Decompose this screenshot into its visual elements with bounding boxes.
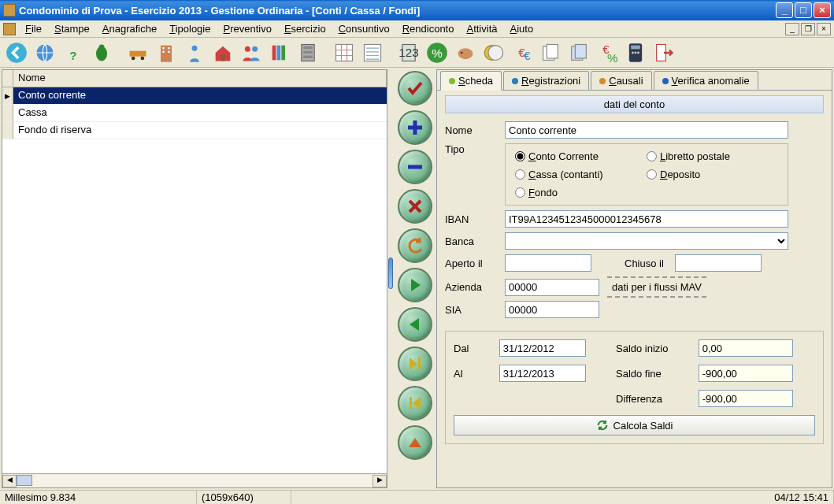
toolbar-docs-icon[interactable] (537, 39, 564, 66)
toolbar-coins-icon[interactable] (480, 39, 507, 66)
last-button[interactable] (398, 346, 432, 381)
scroll-thumb[interactable] (17, 475, 32, 486)
menu-tipologie[interactable]: Tipologie (163, 21, 217, 36)
action-buttons-column (394, 68, 436, 490)
label-sia: SIA (445, 304, 500, 316)
label-tipo: Tipo (445, 143, 500, 155)
input-aperto[interactable] (505, 254, 591, 272)
scroll-track[interactable] (17, 475, 373, 487)
maximize-button[interactable]: □ (795, 2, 812, 18)
toolbar-euro-icon[interactable]: €€ (509, 39, 536, 66)
menu-file[interactable]: File (19, 21, 48, 36)
svg-text:€: € (524, 49, 531, 62)
list-row[interactable]: Cassa (2, 105, 387, 122)
input-saldo-fine[interactable] (699, 365, 793, 382)
toolbar-exit-icon[interactable] (651, 39, 677, 66)
detail-pane: SchedaRegistrazioniCausaliVerifica anoma… (436, 69, 832, 488)
tab-registrazioni[interactable]: Registrazioni (503, 71, 589, 90)
toolbar-globe-icon[interactable] (32, 39, 58, 66)
toolbar-building-icon[interactable] (153, 39, 180, 66)
menu-rendiconto[interactable]: Rendiconto (396, 21, 461, 36)
first-button[interactable] (398, 386, 432, 421)
radio-tipo-3[interactable]: Deposito (647, 169, 778, 180)
toolbar-docs2-icon[interactable] (565, 39, 592, 66)
input-al[interactable] (499, 365, 586, 382)
menu-anagrafiche[interactable]: Anagrafiche (96, 21, 163, 36)
select-banca[interactable] (505, 232, 788, 250)
mdi-minimize-button[interactable]: _ (785, 23, 799, 35)
list-header-nome[interactable]: Nome (13, 70, 387, 87)
input-dal[interactable] (499, 339, 586, 357)
input-nome[interactable] (505, 121, 788, 139)
radio-tipo-1[interactable]: Libretto postale (647, 150, 778, 162)
list-row[interactable]: Fondo di riserva (2, 122, 387, 139)
svg-rect-22 (303, 50, 313, 54)
radio-tipo-2[interactable]: Cassa (contanti) (515, 169, 647, 180)
menu-esercizio[interactable]: Esercizio (278, 21, 332, 36)
toolbar-cabinet-icon[interactable] (295, 39, 321, 66)
up-button[interactable] (398, 425, 432, 460)
label-nome: Nome (445, 124, 500, 136)
input-azienda[interactable] (505, 279, 599, 296)
form-scheda: dati del conto Nome Tipo Conto CorrenteL… (437, 91, 832, 487)
list-hscroll[interactable]: ◀ ▶ (2, 473, 387, 487)
toolbar-books-icon[interactable] (266, 39, 293, 66)
toolbar-piggy-icon[interactable] (452, 39, 479, 66)
toolbar-help-icon[interactable]: ? (60, 39, 87, 66)
svg-text:?: ? (69, 49, 76, 62)
toolbar-calculator-icon[interactable] (622, 39, 649, 66)
next-button[interactable] (398, 268, 432, 302)
scroll-left-button[interactable]: ◀ (2, 475, 17, 487)
confirm-button[interactable] (398, 71, 432, 106)
minimize-button[interactable]: _ (776, 2, 793, 18)
menu-app-icon[interactable] (3, 23, 16, 35)
input-iban[interactable] (505, 210, 788, 228)
undo-button[interactable] (398, 228, 432, 263)
remove-button[interactable] (398, 150, 432, 184)
input-saldo-inizio[interactable] (699, 339, 793, 357)
toolbar-calc-icon[interactable]: 123 (395, 39, 422, 66)
splitter[interactable] (387, 68, 394, 490)
input-sia[interactable] (505, 301, 599, 318)
list-row[interactable]: Conto corrente (2, 87, 387, 105)
prev-button[interactable] (398, 307, 432, 342)
toolbar-house-icon[interactable] (209, 39, 236, 66)
label-chiuso: Chiuso il (625, 258, 664, 269)
menu-consuntivo[interactable]: Consuntivo (332, 21, 396, 36)
tab-scheda[interactable]: Scheda (440, 71, 502, 91)
menu-aiuto[interactable]: Aiuto (503, 21, 539, 36)
toolbar-car-icon[interactable] (124, 39, 151, 66)
radio-tipo-0[interactable]: Conto Corrente (515, 150, 647, 162)
toolbar-person-icon[interactable] (181, 39, 208, 66)
toolbar-list-icon[interactable] (359, 39, 386, 66)
tab-causali[interactable]: Causali (591, 71, 651, 90)
input-chiuso[interactable] (675, 254, 762, 272)
menu-stampe[interactable]: Stampe (48, 21, 96, 36)
toolbar-bug-icon[interactable] (88, 39, 115, 66)
label-iban: IBAN (445, 213, 500, 225)
scroll-right-button[interactable]: ▶ (373, 475, 387, 487)
svg-rect-12 (168, 50, 169, 52)
mdi-restore-button[interactable]: ❐ (801, 23, 815, 35)
toolbar-grid-icon[interactable] (331, 39, 358, 66)
list-body[interactable]: Conto correnteCassaFondo di riserva (2, 87, 387, 473)
mdi-close-button[interactable]: × (817, 23, 831, 35)
menu-attivita[interactable]: Attività (460, 21, 503, 36)
svg-rect-24 (336, 44, 353, 61)
svg-rect-11 (162, 50, 164, 52)
status-clock: 04/12 15:41 (769, 491, 834, 504)
svg-point-7 (141, 56, 145, 60)
toolbar-euro-percent-icon[interactable]: €% (594, 39, 621, 66)
tab-verifica-anomalie[interactable]: Verifica anomalie (654, 71, 758, 90)
svg-rect-14 (221, 54, 225, 61)
radio-tipo-4[interactable]: Fondo (515, 187, 647, 198)
delete-button[interactable] (398, 189, 432, 224)
add-button[interactable] (398, 110, 432, 145)
toolbar-people-icon[interactable] (238, 39, 265, 66)
input-differenza[interactable] (699, 390, 793, 407)
calcola-saldi-button[interactable]: Calcola Saldi (454, 415, 815, 435)
toolbar-back-icon[interactable] (3, 39, 30, 66)
menu-preventivo[interactable]: Preventivo (217, 21, 277, 36)
toolbar-percent-icon[interactable]: % (424, 39, 450, 66)
close-button[interactable]: × (814, 2, 831, 18)
